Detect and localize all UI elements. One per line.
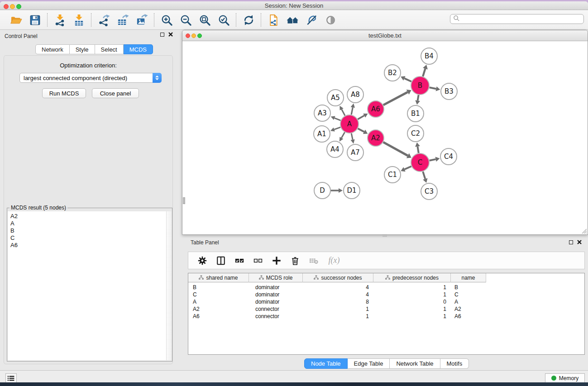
export-image-icon[interactable] xyxy=(134,12,149,28)
hide-details-icon[interactable] xyxy=(304,12,319,28)
graph-node-B2[interactable]: B2 xyxy=(384,65,401,81)
export-network-icon[interactable] xyxy=(96,12,111,28)
delete-column-icon[interactable] xyxy=(289,255,301,267)
graph-node-A7[interactable]: A7 xyxy=(347,144,363,161)
graph-edge-B-B3[interactable] xyxy=(430,86,440,91)
graph-node-D1[interactable]: D1 xyxy=(344,182,360,199)
zoom-fit-icon[interactable] xyxy=(197,12,212,28)
column-header-MCDS-role[interactable]: MCDS role xyxy=(249,273,303,282)
table-row[interactable]: Bdominator41B xyxy=(188,284,584,291)
settings-icon[interactable] xyxy=(196,255,208,267)
zoom-out-icon[interactable] xyxy=(178,12,193,28)
graph-edge-B-B4[interactable] xyxy=(423,65,428,76)
close-table-panel-icon[interactable] xyxy=(577,240,582,244)
mcds-result-item[interactable]: A xyxy=(8,220,166,227)
tab-edge-table[interactable]: Edge Table xyxy=(348,358,390,369)
zoom-selected-icon[interactable] xyxy=(216,12,231,28)
graph-edge-D-D1[interactable] xyxy=(331,188,343,193)
graph-node-A1[interactable]: A1 xyxy=(314,126,330,142)
graph-node-A6[interactable]: A6 xyxy=(368,101,384,117)
graph-node-B1[interactable]: B1 xyxy=(407,105,424,122)
mcds-result-item[interactable]: A2 xyxy=(8,213,166,220)
graph-edge-A-A6[interactable] xyxy=(358,114,368,119)
close-panel-icon[interactable] xyxy=(168,32,173,37)
graph-edge-A-A2[interactable] xyxy=(358,129,368,134)
import-table-icon[interactable] xyxy=(71,12,86,28)
graph-node-A5[interactable]: A5 xyxy=(327,90,344,106)
graph-node-B4[interactable]: B4 xyxy=(421,48,437,64)
graph-edge-A-A7[interactable] xyxy=(351,133,355,144)
deselect-all-rows-icon[interactable] xyxy=(252,255,264,267)
graph-edge-B-B1[interactable] xyxy=(415,95,420,105)
column-header-successor-nodes[interactable]: successor nodes xyxy=(303,273,373,282)
mcds-result-scrollbar[interactable] xyxy=(166,211,172,360)
select-all-rows-icon[interactable] xyxy=(234,255,245,267)
close-panel-button[interactable]: Close panel xyxy=(92,88,139,98)
graph-node-B[interactable]: B xyxy=(411,76,429,95)
graph-edge-C-C1[interactable] xyxy=(401,166,411,172)
mcds-result-list[interactable]: A2ABCA6 xyxy=(8,211,166,360)
tab-network-table[interactable]: Network Table xyxy=(390,358,440,369)
graph-edge-A-A1[interactable] xyxy=(330,127,340,131)
graph-node-A3[interactable]: A3 xyxy=(314,105,330,121)
first-neighbors-icon[interactable] xyxy=(285,12,300,28)
run-mcds-button[interactable]: Run MCDS xyxy=(42,88,86,98)
column-header-predecessor-nodes[interactable]: predecessor nodes xyxy=(373,273,451,282)
graph-edge-A2-C[interactable] xyxy=(383,142,411,158)
network-canvas[interactable]: B4B2BB3A8A5A6A3B1AC2A1A2A4A7C4CC1DD1C3 xyxy=(183,41,588,234)
graph-node-A2[interactable]: A2 xyxy=(368,130,384,146)
add-column-icon[interactable] xyxy=(271,255,282,267)
tab-style[interactable]: Style xyxy=(70,44,95,54)
graph-node-C2[interactable]: C2 xyxy=(407,125,424,142)
zoom-in-icon[interactable] xyxy=(159,12,174,28)
tab-motifs[interactable]: Motifs xyxy=(440,358,469,369)
table-row[interactable]: Cdominator41C xyxy=(188,291,584,298)
memory-button[interactable]: Memory xyxy=(545,373,585,382)
graph-node-B3[interactable]: B3 xyxy=(441,83,457,100)
graph-node-A[interactable]: A xyxy=(340,115,359,133)
task-history-button[interactable] xyxy=(5,373,17,382)
destroy-table-icon[interactable] xyxy=(308,255,320,267)
graph-node-A8[interactable]: A8 xyxy=(347,86,363,103)
show-columns-icon[interactable] xyxy=(215,255,227,267)
graph-edge-A-A3[interactable] xyxy=(331,116,341,120)
search-input[interactable] xyxy=(450,14,584,24)
refresh-view-icon[interactable] xyxy=(241,12,256,28)
resize-grip-icon[interactable] xyxy=(581,228,587,234)
graph-node-C1[interactable]: C1 xyxy=(384,167,401,183)
graph-edge-A-A5[interactable] xyxy=(339,106,345,116)
graph-node-D[interactable]: D xyxy=(314,182,330,199)
column-header-shared-name[interactable]: shared name xyxy=(188,273,249,282)
mcds-result-item[interactable]: A6 xyxy=(8,242,166,249)
graph-edge-A-A8[interactable] xyxy=(351,104,355,115)
panel-splitter-handle[interactable] xyxy=(382,235,387,237)
tab-select[interactable]: Select xyxy=(95,44,124,54)
function-builder-icon[interactable]: f(x) xyxy=(326,255,342,267)
column-header-name[interactable]: name xyxy=(451,273,486,282)
open-session-icon[interactable] xyxy=(8,12,24,28)
graph-edge-C-C3[interactable] xyxy=(423,172,427,183)
save-session-icon[interactable] xyxy=(27,12,43,28)
canvas-vertical-scrollbar-thumb[interactable] xyxy=(183,197,185,204)
float-table-panel-icon[interactable] xyxy=(569,240,573,244)
clone-network-icon[interactable] xyxy=(266,12,281,28)
optimization-criterion-dropdown[interactable]: largest connected component (directed) xyxy=(19,73,162,83)
float-panel-icon[interactable] xyxy=(160,33,164,37)
tab-network[interactable]: Network xyxy=(35,44,70,54)
table-row[interactable]: A6connector11A6 xyxy=(188,313,584,320)
tab-mcds[interactable]: MCDS xyxy=(124,44,153,54)
graph-edge-C-C2[interactable] xyxy=(415,143,420,153)
bird-eye-view-icon[interactable] xyxy=(323,12,338,28)
tab-node-table[interactable]: Node Table xyxy=(304,358,348,369)
graph-edge-B-B2[interactable] xyxy=(401,76,411,81)
export-table-icon[interactable] xyxy=(115,12,130,28)
graph-edge-A6-B[interactable] xyxy=(383,90,411,105)
table-row[interactable]: Adominator80A xyxy=(188,298,584,305)
graph-edge-A-A4[interactable] xyxy=(339,132,345,141)
mcds-result-item[interactable]: B xyxy=(8,227,166,234)
graph-node-C[interactable]: C xyxy=(411,153,429,172)
graph-edge-C-C4[interactable] xyxy=(430,157,440,162)
graph-node-C4[interactable]: C4 xyxy=(440,148,457,165)
graph-node-C3[interactable]: C3 xyxy=(421,183,437,200)
import-network-icon[interactable] xyxy=(52,12,67,28)
